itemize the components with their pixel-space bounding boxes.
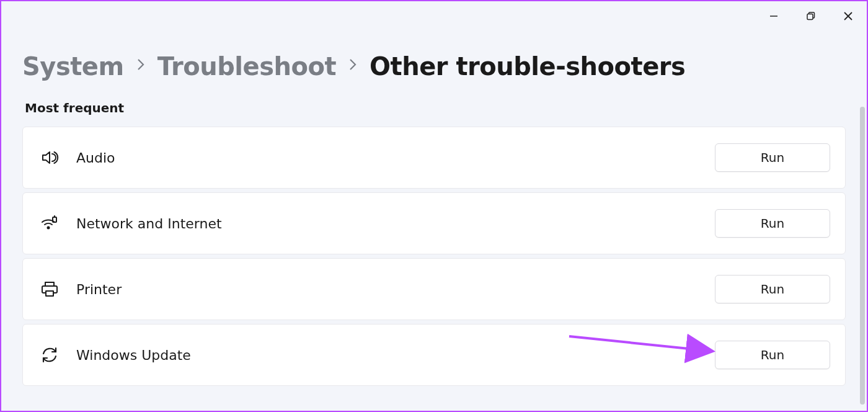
troubleshooter-card-windows-update: Windows Update Run — [22, 324, 846, 386]
troubleshooter-label: Windows Update — [76, 347, 715, 363]
maximize-button[interactable] — [792, 1, 830, 31]
page-title: Other trouble-shooters — [370, 52, 685, 81]
breadcrumb-system[interactable]: System — [22, 52, 124, 81]
speaker-icon — [39, 147, 60, 168]
run-button-network[interactable]: Run — [715, 209, 830, 238]
scrollbar[interactable] — [860, 107, 865, 405]
wifi-icon — [39, 213, 60, 234]
troubleshooter-list: Audio Run Network and Internet Run — [22, 127, 846, 386]
troubleshooter-card-audio: Audio Run — [22, 127, 846, 189]
chevron-right-icon — [348, 58, 357, 75]
close-button[interactable] — [830, 1, 867, 31]
run-button-windows-update[interactable]: Run — [715, 341, 830, 369]
sync-icon — [39, 344, 60, 365]
section-heading-most-frequent: Most frequent — [25, 101, 846, 115]
run-button-audio[interactable]: Run — [715, 143, 830, 172]
troubleshooter-card-printer: Printer Run — [22, 258, 846, 320]
troubleshooter-label: Printer — [76, 282, 715, 297]
svg-point-6 — [48, 227, 50, 229]
breadcrumb-troubleshoot[interactable]: Troubleshoot — [157, 52, 336, 81]
troubleshooter-card-network: Network and Internet Run — [22, 192, 846, 254]
svg-marker-5 — [43, 152, 50, 163]
minimize-button[interactable] — [755, 1, 792, 31]
troubleshooter-label: Network and Internet — [76, 216, 715, 231]
troubleshooter-label: Audio — [76, 150, 715, 166]
breadcrumb: System Troubleshoot Other trouble-shoote… — [22, 52, 846, 81]
run-button-printer[interactable]: Run — [715, 275, 830, 303]
printer-icon — [39, 279, 60, 300]
svg-rect-2 — [807, 14, 813, 20]
window-controls — [755, 1, 867, 31]
svg-rect-10 — [46, 291, 53, 296]
chevron-right-icon — [136, 58, 145, 75]
